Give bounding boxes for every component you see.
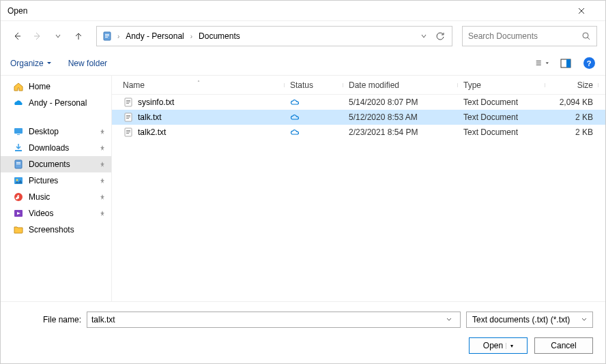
text-file-icon [123, 112, 134, 123]
file-row[interactable]: sysinfo.txt5/14/2020 8:07 PMText Documen… [112, 95, 605, 110]
sidebar-item-pictures[interactable]: Pictures [1, 172, 111, 189]
breadcrumb-part[interactable]: Documents [197, 31, 242, 41]
videos-icon [13, 208, 24, 219]
column-date[interactable]: Date modified [343, 80, 458, 90]
file-size: 2 KB [545, 112, 598, 122]
search-input[interactable] [468, 31, 582, 41]
chevron-down-icon: ▾ [506, 343, 513, 349]
toolbar: Organize New folder ? [1, 51, 605, 76]
chevron-right-icon: › [115, 33, 122, 40]
sidebar-item-music[interactable]: Music [1, 189, 111, 205]
file-size: 2,094 KB [545, 97, 598, 107]
svg-rect-9 [15, 150, 22, 151]
sidebar-item-label: Home [29, 82, 106, 91]
pin-icon [99, 210, 106, 217]
breadcrumb[interactable]: › Andy - Personal › Documents [96, 26, 452, 46]
home-icon [13, 81, 24, 92]
new-folder-button[interactable]: New folder [68, 59, 107, 68]
close-button[interactable] [578, 7, 598, 14]
main-area: HomeAndy - PersonalDesktopDownloadsDocum… [1, 76, 605, 301]
svg-rect-1 [105, 34, 109, 35]
window-title: Open [8, 6, 578, 16]
breadcrumb-dropdown[interactable] [416, 33, 431, 40]
text-file-icon [123, 97, 134, 108]
open-button[interactable]: Open ▾ [469, 337, 528, 354]
search-icon [582, 32, 591, 41]
back-button[interactable] [9, 28, 25, 44]
column-name[interactable]: Name˄ [112, 80, 285, 90]
organize-menu[interactable]: Organize [10, 59, 52, 68]
footer: File name: Text documents (.txt) (*.txt)… [1, 301, 605, 363]
search-box[interactable] [462, 26, 597, 46]
pictures-icon [13, 175, 24, 186]
svg-rect-18 [126, 100, 130, 101]
svg-rect-23 [126, 117, 130, 117]
breadcrumb-part[interactable]: Andy - Personal [124, 31, 186, 41]
recent-dropdown[interactable] [50, 28, 66, 44]
sidebar-item-screenshots[interactable]: Screenshots [1, 222, 111, 238]
svg-rect-22 [126, 115, 130, 116]
sidebar-item-videos[interactable]: Videos [1, 205, 111, 222]
documents-icon [13, 159, 24, 170]
up-button[interactable] [70, 28, 87, 44]
sidebar-item-documents[interactable]: Documents [1, 156, 111, 172]
help-button[interactable]: ? [582, 57, 596, 70]
sidebar-item-label: Screenshots [29, 225, 106, 234]
sidebar-item-label: Music [29, 192, 94, 202]
svg-rect-3 [105, 37, 108, 37]
preview-pane-button[interactable] [559, 57, 573, 70]
svg-rect-24 [126, 118, 129, 119]
pin-icon [99, 128, 106, 135]
file-type: Text Document [458, 97, 545, 107]
file-name: sysinfo.txt [138, 97, 174, 107]
column-size[interactable]: Size [545, 80, 598, 90]
sidebar-item-downloads[interactable]: Downloads [1, 140, 111, 156]
sidebar-item-label: Andy - Personal [29, 98, 106, 108]
sidebar-item-label: Pictures [29, 176, 94, 185]
file-row[interactable]: talk.txt5/12/2020 8:53 AMText Document2 … [112, 110, 605, 125]
column-type[interactable]: Type [458, 80, 545, 90]
svg-rect-6 [566, 59, 571, 67]
sidebar-item-andy---personal[interactable]: Andy - Personal [1, 95, 111, 111]
file-type: Text Document [458, 127, 545, 137]
pin-icon [99, 161, 106, 168]
svg-point-14 [16, 179, 18, 181]
filename-combo[interactable] [87, 312, 461, 328]
filetype-filter[interactable]: Text documents (.txt) (*.txt) [466, 312, 593, 328]
chevron-down-icon[interactable] [446, 317, 456, 322]
chevron-down-icon [46, 61, 52, 66]
file-row[interactable]: talk2.txt2/23/2021 8:54 PMText Document2… [112, 125, 605, 140]
file-date: 5/12/2020 8:53 AM [343, 112, 458, 122]
svg-point-4 [583, 33, 588, 38]
sidebar-item-desktop[interactable]: Desktop [1, 123, 111, 140]
sidebar-item-home[interactable]: Home [1, 78, 111, 95]
sidebar-item-label: Downloads [29, 143, 94, 153]
column-status[interactable]: Status [285, 80, 343, 90]
folder-icon [13, 224, 24, 235]
cloud-icon [290, 97, 300, 107]
desktop-icon [13, 126, 24, 137]
svg-rect-11 [16, 162, 20, 163]
chevron-down-icon [581, 317, 587, 322]
help-icon: ? [583, 57, 595, 69]
refresh-button[interactable] [433, 31, 448, 41]
sidebar-item-label: Videos [29, 209, 94, 218]
cancel-button[interactable]: Cancel [534, 337, 593, 354]
cloud-icon [290, 127, 300, 137]
svg-rect-12 [16, 164, 20, 164]
file-name: talk.txt [138, 112, 162, 122]
svg-rect-20 [126, 103, 129, 104]
music-icon [13, 192, 24, 202]
view-menu[interactable] [536, 57, 549, 70]
nav-bar: › Andy - Personal › Documents [1, 21, 605, 51]
file-date: 2/23/2021 8:54 PM [343, 127, 458, 137]
svg-rect-19 [126, 102, 130, 102]
titlebar: Open [1, 1, 605, 21]
svg-rect-2 [105, 35, 109, 36]
downloads-icon [13, 142, 24, 153]
text-file-icon [123, 127, 134, 138]
svg-rect-28 [126, 133, 129, 134]
filename-input[interactable] [91, 315, 446, 324]
forward-button[interactable] [29, 28, 46, 44]
pin-icon [99, 177, 106, 184]
